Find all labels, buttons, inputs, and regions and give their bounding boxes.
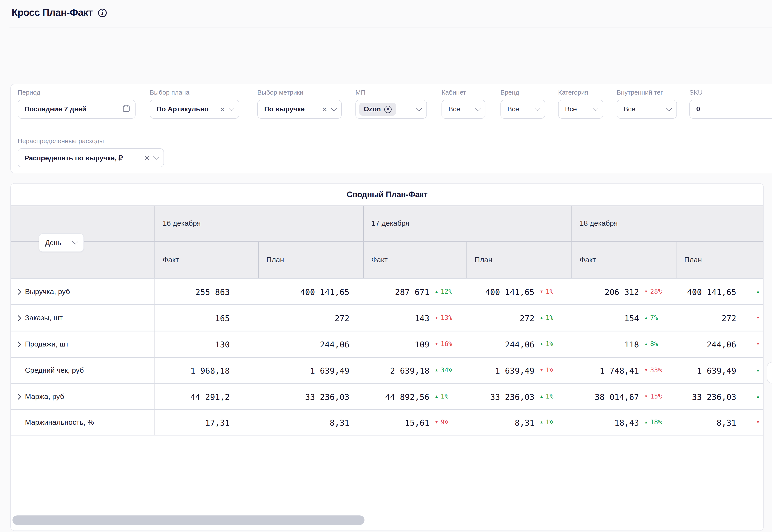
row-label-text: Выручка, руб (25, 287, 70, 296)
value-cell: 255 863 (154, 279, 258, 304)
filter-label-metric: Выбор метрики (257, 89, 342, 96)
cell-value: 244,06 (505, 339, 534, 349)
delta-slot: ▲1% (534, 315, 566, 321)
filter-control-sku[interactable]: 0 (689, 100, 772, 119)
value-cell: 130 (154, 331, 258, 357)
filter-control-expenses[interactable]: Распределять по выручке, ₽✕ (18, 148, 164, 167)
summary-table-card: Сводный План-Факт 16 декабря17 декабря18… (10, 183, 764, 531)
triangle-up-icon: ▲ (539, 316, 543, 320)
cell-value: 8,31 (515, 418, 534, 427)
scroll-right-handle[interactable] (767, 362, 772, 383)
cell-value: 1 639,49 (310, 366, 349, 375)
cell-value: 44 892,56 (385, 392, 429, 401)
filter-label-brand: Бренд (500, 89, 545, 96)
triangle-down-icon: ▼ (435, 342, 438, 346)
delta-slot: ▲ (736, 368, 764, 372)
page-title: Кросс План-Факт i (12, 7, 106, 18)
value-cell: 154▲7% (571, 305, 676, 331)
delta-slot: ▼1% (534, 288, 566, 295)
header-divider (9, 28, 772, 28)
cell-value: 255 863 (196, 287, 230, 296)
filter-brand: БрендВсе (500, 89, 545, 119)
delta-slot: ▲ (736, 290, 764, 294)
clear-icon[interactable]: ✕ (322, 106, 328, 112)
cell-value: 44 291,2 (190, 392, 230, 401)
delta-percent: 13% (441, 315, 452, 321)
filter-itag: Внутренний тегВсе (617, 89, 677, 119)
filter-plan: Выбор планаПо Артикульно✕ (150, 89, 239, 119)
remove-tag-icon[interactable]: ✕ (384, 106, 392, 113)
filter-control-metric[interactable]: По выручке✕ (257, 100, 342, 119)
measure-header-6: План (676, 242, 764, 278)
triangle-up-icon: ▲ (435, 395, 438, 399)
delta-percent: 15% (650, 393, 662, 400)
horizontal-scrollbar[interactable] (12, 515, 365, 525)
filter-sku: SKU0 (689, 89, 772, 119)
cell-value: 1 748,41 (600, 366, 639, 375)
expand-row-icon[interactable] (18, 289, 21, 295)
date-header-row: 16 декабря17 декабря18 декабря (11, 206, 763, 242)
cell-value: 165 (215, 313, 230, 323)
measure-header-4: План (466, 242, 571, 278)
value-cell: 1 968,18 (154, 358, 258, 383)
filter-control-cabinet[interactable]: Все (441, 100, 485, 119)
granularity-select[interactable]: День (39, 233, 84, 252)
triangle-up-icon: ▲ (644, 342, 648, 346)
filter-control-category[interactable]: Все (558, 100, 603, 119)
value-cell: 44 291,2 (154, 384, 258, 409)
delta-percent: 1% (546, 367, 553, 374)
chevron-down-icon (666, 105, 672, 111)
delta-percent: 28% (650, 288, 662, 295)
chevron-down-icon (72, 238, 78, 244)
delta-slot: ▲1% (534, 393, 566, 400)
clear-icon[interactable]: ✕ (144, 155, 150, 161)
cell-value: 8,31 (330, 418, 349, 427)
triangle-up-icon: ▲ (435, 290, 438, 294)
filter-label-mp: МП (355, 89, 427, 96)
table-row: Маржинальность, %17,318,3115,61▼9%8,31▲1… (11, 409, 763, 435)
delta-percent: 8% (650, 341, 658, 347)
delta-percent: 33% (650, 367, 662, 374)
cell-value: 143 (415, 313, 429, 323)
cell-value: 33 236,03 (305, 392, 349, 401)
triangle-down-icon: ▼ (435, 420, 438, 424)
triangle-up-icon: ▲ (435, 368, 438, 372)
filter-control-itag[interactable]: Все (617, 100, 677, 119)
measure-header-5: Факт (571, 242, 676, 278)
delta-slot: ▼15% (639, 393, 671, 400)
delta-percent: 1% (441, 393, 448, 400)
filter-control-plan[interactable]: По Артикульно✕ (150, 100, 239, 119)
triangle-up-icon: ▲ (539, 342, 543, 346)
filter-control-mp[interactable]: Ozon✕ (355, 100, 427, 119)
filter-control-period[interactable]: Последние 7 дней (18, 100, 135, 119)
expand-row-icon[interactable] (18, 315, 21, 321)
measure-header-1: Факт (154, 242, 258, 278)
value-cell: 206 312▼28% (571, 279, 676, 304)
filter-value-expenses: Распределять по выручке, ₽ (25, 154, 140, 162)
delta-slot: ▼ (736, 420, 764, 424)
row-label-text: Заказы, шт (25, 314, 63, 322)
expand-row-icon[interactable] (18, 341, 21, 347)
value-cell: 1 639,49▼1% (466, 358, 571, 383)
expand-row-icon[interactable] (18, 394, 21, 400)
table-header: 16 декабря17 декабря18 декабря ФактПланФ… (11, 205, 763, 278)
filter-control-brand[interactable]: Все (500, 100, 545, 119)
clear-icon[interactable]: ✕ (220, 106, 225, 112)
chevron-down-icon (475, 105, 481, 111)
delta-slot: ▲34% (429, 367, 461, 374)
delta-percent: 12% (441, 288, 452, 295)
cell-value: 15,61 (405, 418, 429, 427)
cell-value: 118 (624, 339, 639, 349)
cell-value: 272 (520, 313, 534, 323)
cell-value: 400 141,65 (300, 287, 349, 296)
triangle-up-icon: ▲ (756, 395, 760, 399)
value-cell: 400 141,65▲ (676, 279, 764, 304)
row-label: Маржа, руб (11, 384, 154, 409)
info-icon[interactable]: i (98, 8, 106, 17)
filter-metric: Выбор метрикиПо выручке✕ (257, 89, 342, 119)
row-label: Продажи, шт (11, 331, 154, 357)
value-cell: 1 639,49▲ (676, 358, 764, 383)
chevron-down-icon (534, 105, 540, 111)
delta-percent: 9% (441, 419, 448, 426)
cell-value: 109 (415, 339, 429, 349)
